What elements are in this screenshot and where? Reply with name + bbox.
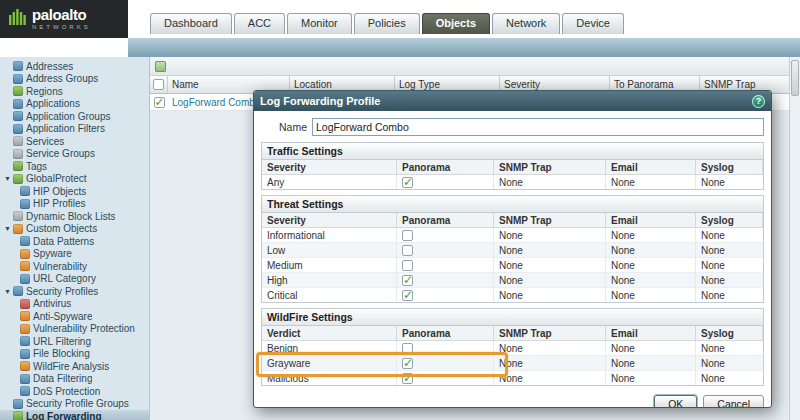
tab-policies[interactable]: Policies: [354, 13, 420, 34]
sidebar-item-anti-spyware[interactable]: Anti-Spyware: [0, 310, 149, 323]
panorama-checkbox[interactable]: [402, 260, 413, 271]
cancel-button[interactable]: Cancel: [703, 395, 764, 407]
sidebar-item-security-profiles[interactable]: ▼Security Profiles: [0, 285, 149, 298]
panorama-checkbox[interactable]: [402, 245, 413, 256]
sidebar-item-vulnerability-protection[interactable]: Vulnerability Protection: [0, 323, 149, 336]
tab-monitor[interactable]: Monitor: [287, 13, 352, 34]
tab-acc[interactable]: ACC: [234, 13, 285, 34]
sidebar-item-data-filtering[interactable]: Data Filtering: [0, 373, 149, 386]
sidebar-item-file-blocking[interactable]: File Blocking: [0, 348, 149, 361]
ok-button[interactable]: OK: [654, 395, 697, 407]
snmp-trap-cell[interactable]: None: [494, 258, 606, 272]
toolbar-icon[interactable]: [155, 61, 166, 72]
syslog-cell[interactable]: None: [696, 371, 763, 385]
sidebar-item-wildfire-analysis[interactable]: WildFire Analysis: [0, 360, 149, 373]
panorama-checkbox[interactable]: [402, 373, 413, 384]
sidebar-item-hip-profiles[interactable]: HIP Profiles: [0, 198, 149, 211]
brand-name: paloalto: [32, 7, 91, 23]
services-icon: [13, 136, 23, 146]
email-cell[interactable]: None: [606, 175, 696, 189]
panorama-checkbox[interactable]: [402, 230, 413, 241]
threat-settings-section: Threat Settings Severity Panorama SNMP T…: [261, 195, 764, 303]
vertical-scrollbar[interactable]: [789, 57, 800, 420]
tab-objects[interactable]: Objects: [422, 13, 490, 34]
sidebar-item-url-filtering[interactable]: URL Filtering: [0, 335, 149, 348]
section-column-headers: Severity Panorama SNMP Trap Email Syslog: [262, 213, 763, 228]
email-cell[interactable]: None: [606, 341, 696, 355]
panorama-checkbox[interactable]: [402, 275, 413, 286]
dialog-header[interactable]: Log Forwarding Profile ?: [254, 91, 771, 111]
snmp-trap-cell[interactable]: None: [494, 288, 606, 302]
dialog-body: Name LogForward Combo Traffic Settings S…: [254, 111, 771, 407]
scrollbar-thumb[interactable]: [791, 60, 799, 96]
context-band: [128, 38, 800, 58]
sidebar-item-dynamic-block-lists[interactable]: Dynamic Block Lists: [0, 210, 149, 223]
caret-down-icon: ▼: [4, 175, 13, 182]
tags-icon: [13, 161, 23, 171]
tab-device[interactable]: Device: [562, 13, 624, 34]
sidebar-item-application-groups[interactable]: Application Groups: [0, 110, 149, 123]
panorama-checkbox[interactable]: [402, 358, 413, 369]
name-input[interactable]: LogForward Combo: [312, 118, 764, 136]
snmp-trap-cell[interactable]: None: [494, 175, 606, 189]
syslog-cell[interactable]: None: [696, 288, 763, 302]
email-cell[interactable]: None: [606, 228, 696, 242]
snmp-trap-cell[interactable]: None: [494, 356, 606, 370]
sidebar-item-regions[interactable]: Regions: [0, 85, 149, 98]
email-cell[interactable]: None: [606, 243, 696, 257]
email-cell[interactable]: None: [606, 258, 696, 272]
row-checkbox[interactable]: [154, 97, 165, 108]
email-cell[interactable]: None: [606, 371, 696, 385]
url-filtering-icon: [20, 336, 30, 346]
severity-cell: Critical: [262, 288, 397, 302]
sidebar-item-spyware[interactable]: Spyware: [0, 248, 149, 261]
syslog-cell[interactable]: None: [696, 228, 763, 242]
help-icon[interactable]: ?: [752, 95, 765, 108]
sidebar-item-applications[interactable]: Applications: [0, 98, 149, 111]
file-blocking-icon: [20, 349, 30, 359]
syslog-cell[interactable]: None: [696, 243, 763, 257]
syslog-cell[interactable]: None: [696, 356, 763, 370]
sidebar-item-antivirus[interactable]: Antivirus: [0, 298, 149, 311]
snmp-trap-cell[interactable]: None: [494, 228, 606, 242]
panorama-checkbox[interactable]: [402, 290, 413, 301]
syslog-cell[interactable]: None: [696, 341, 763, 355]
sidebar-item-dos-protection[interactable]: DoS Protection: [0, 385, 149, 398]
sidebar-item-vulnerability[interactable]: Vulnerability: [0, 260, 149, 273]
sidebar-item-tags[interactable]: Tags: [0, 160, 149, 173]
section-column-headers: Severity Panorama SNMP Trap Email Syslog: [262, 160, 763, 175]
tab-dashboard[interactable]: Dashboard: [150, 13, 232, 34]
sidebar-item-url-category[interactable]: URL Category: [0, 273, 149, 286]
sidebar-item-security-profile-groups[interactable]: Security Profile Groups: [0, 398, 149, 411]
section-title: WildFire Settings: [262, 309, 763, 326]
email-cell[interactable]: None: [606, 288, 696, 302]
sidebar-item-application-filters[interactable]: Application Filters: [0, 123, 149, 136]
sidebar-item-log-forwarding[interactable]: Log Forwarding: [0, 410, 149, 420]
logo-bars-icon: [9, 9, 26, 29]
syslog-cell[interactable]: None: [696, 258, 763, 272]
sidebar-item-custom-objects[interactable]: ▼Custom Objects: [0, 223, 149, 236]
snmp-trap-cell[interactable]: None: [494, 243, 606, 257]
panorama-checkbox[interactable]: [402, 177, 413, 188]
select-all-checkbox[interactable]: [153, 79, 164, 90]
sidebar-item-hip-objects[interactable]: HIP Objects: [0, 185, 149, 198]
sidebar-item-addresses[interactable]: Addresses: [0, 60, 149, 73]
sidebar-item-data-patterns[interactable]: Data Patterns: [0, 235, 149, 248]
tab-network[interactable]: Network: [492, 13, 560, 34]
sidebar-item-globalprotect[interactable]: ▼GlobalProtect: [0, 173, 149, 186]
syslog-cell[interactable]: None: [696, 273, 763, 287]
email-cell[interactable]: None: [606, 356, 696, 370]
sidebar-item-address-groups[interactable]: Address Groups: [0, 73, 149, 86]
snmp-trap-cell[interactable]: None: [494, 341, 606, 355]
sidebar-item-services[interactable]: Services: [0, 135, 149, 148]
applications-icon: [13, 99, 23, 109]
sidebar-item-service-groups[interactable]: Service Groups: [0, 148, 149, 161]
antivirus-icon: [20, 299, 30, 309]
dos-protection-icon: [20, 386, 30, 396]
panorama-checkbox[interactable]: [402, 343, 413, 354]
snmp-trap-cell[interactable]: None: [494, 273, 606, 287]
snmp-trap-cell[interactable]: None: [494, 371, 606, 385]
syslog-cell[interactable]: None: [696, 175, 763, 189]
email-cell[interactable]: None: [606, 273, 696, 287]
panorama-cell: [397, 175, 494, 189]
